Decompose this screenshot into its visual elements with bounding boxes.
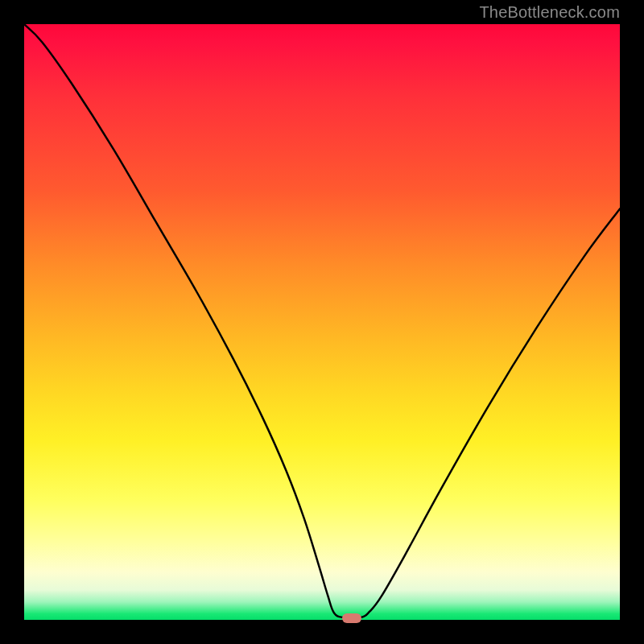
plot-area [24, 24, 620, 620]
bottleneck-curve [24, 24, 620, 620]
optimum-marker [342, 613, 361, 623]
chart-frame: TheBottleneck.com [0, 0, 644, 644]
watermark-text: TheBottleneck.com [479, 3, 620, 22]
